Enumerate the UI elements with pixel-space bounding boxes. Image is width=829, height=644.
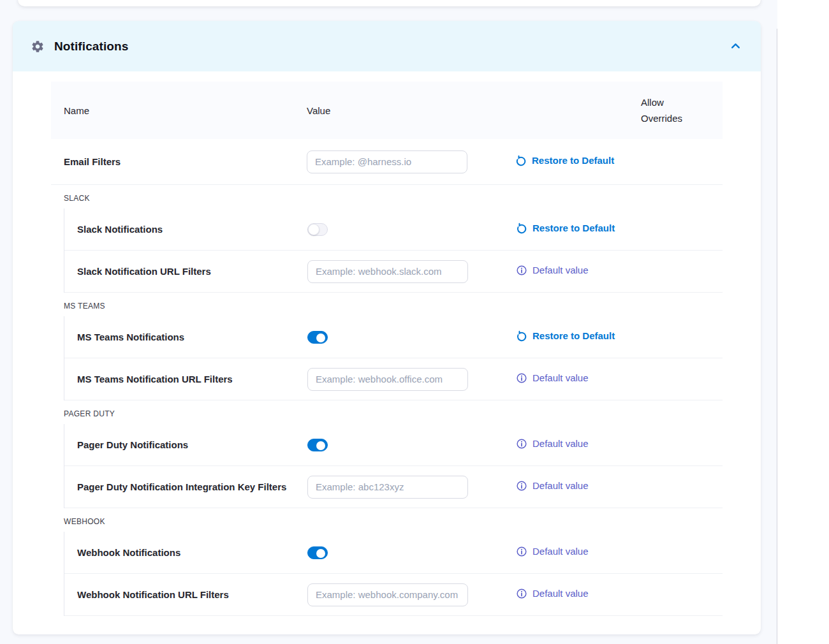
info-icon [516, 372, 527, 384]
webhook-settings-group: Webhook Notifications Default value Webh… [64, 532, 723, 616]
restore-to-default-link[interactable]: Restore to Default [515, 155, 614, 166]
previous-section-card [18, 0, 761, 6]
webhook-notifications-toggle[interactable] [307, 546, 328, 559]
table-row: MS Teams Notification URL Filters Defaul… [64, 358, 723, 400]
setting-label: Webhook Notification URL Filters [64, 589, 307, 600]
table-row: Email Filters Restore to Default [51, 139, 723, 185]
slack-notifications-toggle[interactable] [307, 223, 328, 236]
settings-table: Name Value Allow Overrides Email Filters… [51, 82, 723, 616]
default-value-link[interactable]: Default value [516, 438, 589, 450]
pager-duty-settings-group: Pager Duty Notifications Default value P… [64, 424, 723, 508]
toggle-knob [316, 441, 325, 450]
slack-url-filters-input[interactable] [307, 260, 468, 283]
table-row: Slack Notification URL Filters Default v… [64, 251, 723, 293]
ms-teams-url-filters-input[interactable] [307, 368, 468, 391]
setting-label: MS Teams Notification URL Filters [64, 374, 307, 384]
column-header-value: Value [307, 105, 515, 116]
email-filters-input[interactable] [307, 150, 467, 173]
section-label-webhook: WEBHOOK [51, 508, 723, 532]
table-header-row: Name Value Allow Overrides [51, 82, 723, 139]
info-icon [516, 588, 527, 599]
pager-duty-notifications-toggle[interactable] [307, 439, 328, 451]
section-title: Notifications [54, 40, 128, 54]
restore-icon [516, 330, 527, 342]
pager-duty-key-filters-input[interactable] [307, 476, 468, 499]
chevron-up-icon [730, 41, 741, 52]
toggle-knob [316, 333, 325, 342]
default-value-link[interactable]: Default value [516, 372, 589, 384]
info-icon [516, 265, 527, 276]
page-background: Notifications Name Value Allow Overrides… [0, 0, 777, 644]
restore-icon [515, 155, 527, 166]
table-row: Slack Notifications Restore to Default [64, 209, 723, 251]
setting-label: MS Teams Notifications [64, 332, 307, 342]
ms-teams-settings-group: MS Teams Notifications Restore to Defaul… [64, 316, 723, 400]
table-row: Webhook Notification URL Filters Default… [64, 574, 723, 616]
toggle-knob [316, 549, 325, 558]
table-row: Webhook Notifications Default value [64, 532, 723, 574]
column-header-name: Name [51, 105, 307, 116]
section-label-slack: SLACK [51, 185, 723, 209]
default-value-link[interactable]: Default value [516, 480, 589, 492]
webhook-url-filters-input[interactable] [307, 583, 468, 606]
restore-icon [516, 223, 527, 234]
scrollbar[interactable] [777, 29, 777, 644]
default-value-link[interactable]: Default value [516, 265, 589, 276]
gear-icon [31, 40, 45, 54]
section-label-pager-duty: PAGER DUTY [51, 400, 723, 424]
setting-label: Webhook Notifications [64, 547, 307, 558]
table-row: MS Teams Notifications Restore to Defaul… [64, 316, 723, 358]
ms-teams-notifications-toggle[interactable] [307, 331, 328, 344]
setting-label: Email Filters [51, 156, 307, 167]
toggle-knob [308, 224, 319, 235]
table-row: Pager Duty Notifications Default value [64, 424, 723, 466]
notifications-section-header[interactable]: Notifications [13, 21, 761, 71]
collapse-section-button[interactable] [728, 39, 743, 54]
table-row: Pager Duty Notification Integration Key … [64, 466, 723, 508]
default-value-link[interactable]: Default value [516, 546, 589, 557]
restore-to-default-link[interactable]: Restore to Default [516, 330, 615, 342]
slack-settings-group: Slack Notifications Restore to Default S… [64, 209, 723, 293]
section-label-ms-teams: MS TEAMS [51, 293, 723, 316]
right-gutter [777, 0, 829, 644]
info-icon [516, 438, 527, 450]
default-value-link[interactable]: Default value [516, 588, 589, 599]
setting-label: Pager Duty Notifications [64, 439, 307, 450]
column-header-allow-overrides: Allow Overrides [641, 94, 723, 126]
restore-to-default-link[interactable]: Restore to Default [516, 223, 615, 234]
notifications-settings-card: Notifications Name Value Allow Overrides… [13, 21, 761, 634]
setting-label: Slack Notifications [64, 224, 307, 235]
setting-label: Slack Notification URL Filters [64, 266, 307, 277]
setting-label: Pager Duty Notification Integration Key … [64, 481, 307, 492]
info-icon [516, 480, 527, 492]
info-icon [516, 546, 527, 557]
